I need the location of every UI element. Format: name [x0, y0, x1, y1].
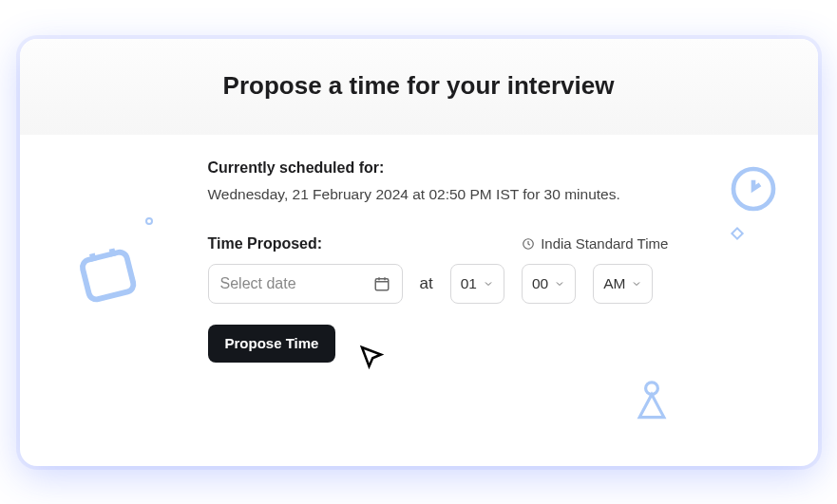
ampm-value: AM [603, 275, 625, 292]
at-label: at [420, 274, 433, 293]
dot-decoration-icon [145, 217, 153, 225]
date-input[interactable]: Select date [208, 264, 403, 304]
time-controls: Select date at 01 00 AM [208, 264, 818, 304]
propose-time-button[interactable]: Propose Time [208, 325, 336, 363]
pin-decoration-icon [633, 378, 671, 423]
minute-select[interactable]: 00 [522, 264, 576, 304]
cursor-icon [357, 343, 386, 371]
hour-select[interactable]: 01 [450, 264, 504, 304]
timezone-label: India Standard Time [541, 235, 668, 252]
interview-time-card: Propose a time for your interview Curren… [20, 39, 818, 466]
minute-value: 00 [532, 275, 548, 292]
content: Currently scheduled for: Wednesday, 21 F… [20, 135, 818, 363]
hero: Propose a time for your interview [20, 39, 818, 135]
svg-rect-1 [375, 278, 389, 289]
calendar-icon [373, 275, 390, 292]
chevron-down-icon [631, 278, 642, 289]
hour-value: 01 [461, 275, 477, 292]
clock-decoration-icon [727, 162, 780, 215]
chevron-down-icon [483, 278, 494, 289]
proposed-row: Time Proposed: India Standard Time [208, 235, 818, 252]
date-placeholder: Select date [220, 275, 296, 292]
chevron-down-icon [554, 278, 565, 289]
timezone: India Standard Time [522, 235, 668, 252]
ampm-select[interactable]: AM [593, 264, 653, 304]
svg-rect-2 [81, 251, 135, 301]
page-title: Propose a time for your interview [20, 71, 818, 101]
proposed-label: Time Proposed: [208, 235, 323, 252]
clock-icon [522, 237, 535, 251]
